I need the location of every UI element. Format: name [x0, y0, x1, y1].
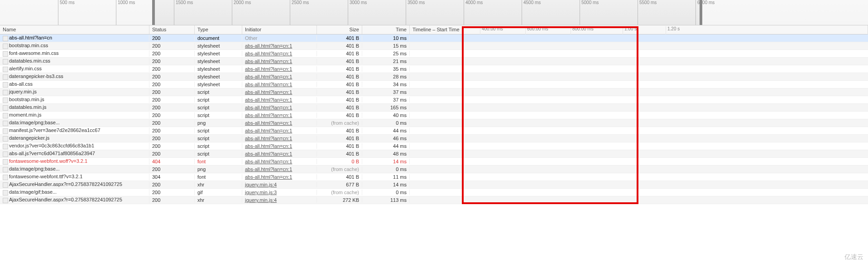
- network-header: Name Status Type Initiator Size Time Tim…: [0, 25, 868, 34]
- file-icon: [3, 82, 8, 88]
- initiator-link[interactable]: abs-all.html?lan=cn:1: [245, 166, 292, 172]
- network-row[interactable]: datatables.min.js200scriptabs-all.html?l…: [0, 104, 868, 112]
- time-cell: 15 ms: [362, 43, 410, 49]
- type-cell: font: [195, 159, 242, 164]
- initiator-link[interactable]: abs-all.html?lan=cn:1: [245, 82, 292, 87]
- network-row[interactable]: datatables.min.css200stylesheetabs-all.h…: [0, 58, 868, 65]
- network-row[interactable]: AjaxSecureHandler.aspx?r=0.2758378224109…: [0, 196, 868, 204]
- network-row[interactable]: fontawesome-webfont.ttf?v=3.2.1304fontab…: [0, 173, 868, 181]
- overview-tick: 6000 ms: [695, 0, 715, 25]
- overview-tick: 3500 ms: [406, 0, 425, 25]
- file-icon: [3, 159, 8, 165]
- initiator-link[interactable]: jquery.min.js:3: [245, 190, 277, 195]
- initiator-link[interactable]: jquery.min.js:4: [245, 182, 277, 187]
- size-cell: 401 B: [317, 151, 362, 156]
- overview-tick: 2500 ms: [290, 0, 309, 25]
- range-handle-right[interactable]: [700, 0, 702, 25]
- col-header-type[interactable]: Type: [195, 25, 242, 34]
- col-header-time[interactable]: Time: [362, 25, 410, 34]
- type-cell: png: [195, 120, 242, 126]
- status-cell: 200: [149, 197, 195, 203]
- timeline-overview[interactable]: 500 ms1000 ms1500 ms2000 ms2500 ms3000 m…: [0, 0, 868, 25]
- request-name: daterangepicker-bs3.css: [9, 73, 63, 79]
- col-header-initiator[interactable]: Initiator: [242, 25, 317, 34]
- type-cell: stylesheet: [195, 82, 242, 87]
- request-name: data:image/gif;base...: [9, 189, 57, 195]
- overview-tick: 2000 ms: [232, 0, 251, 25]
- network-row[interactable]: font-awesome.min.css200stylesheetabs-all…: [0, 50, 868, 58]
- initiator-link[interactable]: abs-all.html?lan=cn:1: [245, 159, 292, 164]
- initiator-link[interactable]: abs-all.html?lan=cn:1: [245, 128, 292, 133]
- request-name: vendor.js?ver=0c3c863ccfd66c83a1b1: [9, 143, 94, 148]
- network-row[interactable]: manifest.js?ver=3aee7d2e28662ea1cc67200s…: [0, 127, 868, 135]
- network-row[interactable]: fontawesome-webfont.woff?v=3.2.1404fonta…: [0, 158, 868, 166]
- network-row[interactable]: abs-all.js?ver=c6d0471af80856a23947200sc…: [0, 150, 868, 158]
- initiator-link[interactable]: abs-all.html?lan=cn:1: [245, 59, 292, 64]
- initiator-link[interactable]: abs-all.html?lan=cn:1: [245, 120, 292, 126]
- initiator-link[interactable]: abs-all.html?lan=cn:1: [245, 143, 292, 149]
- waterfall-scale: 400.00 ms600.00 ms800.00 ms1.00 s1.20 s: [410, 25, 868, 34]
- status-cell: 200: [149, 166, 195, 172]
- network-row[interactable]: bootstrap.min.js200scriptabs-all.html?la…: [0, 96, 868, 104]
- network-row[interactable]: data:image/png;base...200pngabs-all.html…: [0, 166, 868, 173]
- time-cell: 44 ms: [362, 143, 410, 149]
- network-row[interactable]: jquery.min.js200scriptabs-all.html?lan=c…: [0, 88, 868, 96]
- type-cell: png: [195, 166, 242, 172]
- request-name: jquery.min.js: [9, 89, 37, 94]
- initiator-link[interactable]: jquery.min.js:4: [245, 197, 277, 203]
- request-name: daterangepicker.js: [9, 135, 49, 141]
- file-icon: [3, 198, 8, 203]
- initiator-link[interactable]: abs-all.html?lan=cn:1: [245, 97, 292, 103]
- type-cell: font: [195, 174, 242, 180]
- initiator-link[interactable]: abs-all.html?lan=cn:1: [245, 66, 292, 72]
- col-header-name[interactable]: Name: [0, 25, 149, 34]
- network-row[interactable]: data:image/png;base...200pngabs-all.html…: [0, 119, 868, 127]
- initiator-link[interactable]: abs-all.html?lan=cn:1: [245, 136, 292, 141]
- network-row[interactable]: AjaxSecureHandler.aspx?r=0.2758378224109…: [0, 181, 868, 189]
- status-cell: 200: [149, 143, 195, 149]
- size-cell: 401 B: [317, 82, 362, 87]
- col-header-status[interactable]: Status: [149, 25, 195, 34]
- request-name: bootstrap.min.js: [9, 97, 44, 102]
- initiator-link[interactable]: abs-all.html?lan=cn:1: [245, 43, 292, 49]
- request-name: fontawesome-webfont.ttf?v=3.2.1: [9, 174, 82, 179]
- initiator-link[interactable]: abs-all.html?lan=cn:1: [245, 112, 292, 118]
- initiator-link[interactable]: abs-all.html?lan=cn:1: [245, 51, 292, 56]
- network-row[interactable]: abs-all.html?lan=cn200documentOther401 B…: [0, 34, 868, 42]
- time-cell: 165 ms: [362, 105, 410, 110]
- network-row[interactable]: bootstrap.min.css200stylesheetabs-all.ht…: [0, 42, 868, 50]
- network-row[interactable]: daterangepicker.js200scriptabs-all.html?…: [0, 135, 868, 142]
- status-cell: 200: [149, 112, 195, 118]
- time-cell: 37 ms: [362, 89, 410, 95]
- status-cell: 200: [149, 82, 195, 87]
- network-row[interactable]: abs-all.css200stylesheetabs-all.html?lan…: [0, 81, 868, 88]
- size-cell: 401 B: [317, 35, 362, 41]
- network-row[interactable]: alertify.min.css200stylesheetabs-all.htm…: [0, 65, 868, 73]
- network-rows: abs-all.html?lan=cn200documentOther401 B…: [0, 34, 868, 204]
- initiator-link[interactable]: abs-all.html?lan=cn:1: [245, 74, 292, 79]
- size-cell: (from cache): [317, 120, 362, 126]
- time-cell: 0 ms: [362, 190, 410, 195]
- status-cell: 200: [149, 51, 195, 56]
- request-name: moment.min.js: [9, 112, 42, 117]
- initiator-link[interactable]: abs-all.html?lan=cn:1: [245, 174, 292, 180]
- network-row[interactable]: vendor.js?ver=0c3c863ccfd66c83a1b1200scr…: [0, 142, 868, 150]
- initiator-link[interactable]: abs-all.html?lan=cn:1: [245, 151, 292, 156]
- file-icon: [3, 175, 8, 180]
- network-row[interactable]: data:image/gif;base...200gifjquery.min.j…: [0, 189, 868, 196]
- range-handle-left[interactable]: [152, 0, 155, 25]
- time-cell: 40 ms: [362, 112, 410, 118]
- initiator-link[interactable]: abs-all.html?lan=cn:1: [245, 105, 292, 110]
- overview-tick: 1500 ms: [174, 0, 193, 25]
- request-name: abs-all.js?ver=c6d0471af80856a23947: [9, 151, 95, 156]
- type-cell: xhr: [195, 197, 242, 203]
- type-cell: script: [195, 151, 242, 156]
- file-icon: [3, 90, 8, 95]
- type-cell: stylesheet: [195, 51, 242, 56]
- network-row[interactable]: daterangepicker-bs3.css200stylesheetabs-…: [0, 73, 868, 81]
- file-icon: [3, 121, 8, 126]
- waterfall-tick: 1.00 s: [623, 26, 637, 34]
- network-row[interactable]: moment.min.js200scriptabs-all.html?lan=c…: [0, 112, 868, 119]
- col-header-size[interactable]: Size: [317, 25, 362, 34]
- initiator-link[interactable]: abs-all.html?lan=cn:1: [245, 89, 292, 95]
